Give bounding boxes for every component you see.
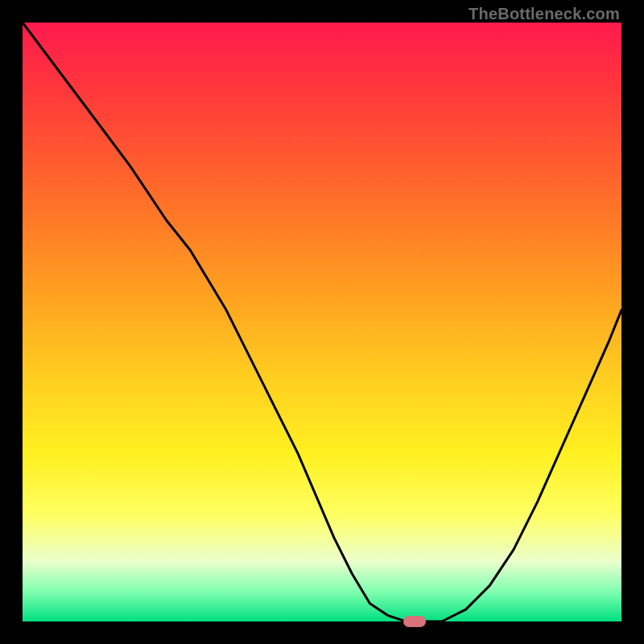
- curve-svg: [23, 23, 621, 621]
- optimal-marker: [403, 616, 426, 627]
- watermark-text: TheBottleneck.com: [469, 5, 620, 23]
- plot-area: [23, 23, 621, 621]
- chart-frame: TheBottleneck.com: [0, 0, 644, 644]
- bottleneck-curve: [23, 23, 621, 621]
